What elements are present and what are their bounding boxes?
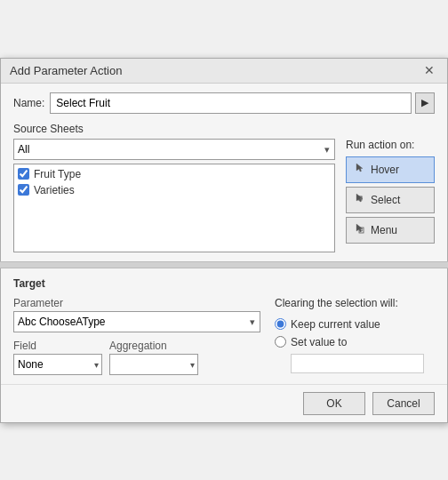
sheet-checkbox-fruit-type[interactable] — [18, 168, 29, 180]
source-left: All Fruit Type Varieties — [13, 139, 335, 252]
parameter-dropdown-wrap: Abc ChooseAType — [13, 311, 260, 332]
parameter-label: Parameter — [13, 297, 260, 309]
field-label: Field — [13, 340, 102, 352]
parameter-dropdown[interactable]: Abc ChooseAType — [13, 311, 260, 332]
name-input-wrap: ▶ — [50, 92, 435, 114]
target-section: Target Parameter Abc ChooseAType Field — [1, 268, 447, 384]
hover-button[interactable]: Hover — [346, 156, 435, 183]
set-value-label: Set value to — [291, 336, 347, 348]
name-arrow-button[interactable]: ▶ — [415, 92, 435, 114]
field-dropdown-wrap: None — [13, 354, 102, 375]
menu-icon — [354, 222, 366, 237]
ok-button[interactable]: OK — [303, 392, 365, 415]
dialog-body: Name: ▶ Source Sheets All F — [1, 84, 447, 252]
run-action-label: Run action on: — [346, 139, 435, 151]
run-action-section: Run action on: Hover — [346, 139, 435, 252]
source-dropdown-wrap: All — [13, 139, 335, 160]
field-aggregation-row: Field None Aggregation — [13, 340, 260, 375]
dialog-title: Add Parameter Action — [10, 64, 122, 77]
clearing-label: Clearing the selection will: — [275, 297, 435, 309]
add-parameter-action-dialog: Add Parameter Action ✕ Name: ▶ Source Sh… — [0, 58, 448, 423]
target-label: Target — [13, 277, 435, 290]
name-row: Name: ▶ — [13, 92, 435, 114]
section-divider — [0, 261, 448, 268]
target-right: Clearing the selection will: Keep curren… — [275, 297, 435, 373]
cancel-button[interactable]: Cancel — [372, 392, 435, 415]
hover-label: Hover — [371, 164, 399, 176]
set-value-radio[interactable] — [275, 336, 286, 348]
hover-icon — [354, 162, 366, 177]
sheet-item-fruit-type[interactable]: Fruit Type — [18, 168, 331, 180]
sheets-list: Fruit Type Varieties — [13, 164, 335, 252]
keep-current-radio-label[interactable]: Keep current value — [275, 318, 435, 331]
name-input[interactable] — [50, 92, 412, 114]
menu-button[interactable]: Menu — [346, 217, 435, 244]
target-left: Parameter Abc ChooseAType Field None — [13, 297, 260, 375]
sheet-checkbox-varieties[interactable] — [18, 184, 29, 196]
set-value-input[interactable] — [291, 354, 424, 373]
select-label: Select — [371, 194, 400, 206]
source-sheets-label: Source Sheets — [13, 123, 435, 135]
aggregation-label: Aggregation — [109, 340, 198, 352]
keep-current-label: Keep current value — [291, 318, 380, 331]
source-dropdown[interactable]: All — [13, 139, 335, 160]
select-button[interactable]: Select — [346, 187, 435, 213]
source-section: All Fruit Type Varieties Run — [13, 139, 435, 252]
aggregation-dropdown-wrap — [109, 354, 198, 375]
dialog-footer: OK Cancel — [1, 384, 447, 422]
sheet-label-fruit-type: Fruit Type — [34, 168, 81, 180]
sheet-label-varieties: Varieties — [34, 184, 75, 196]
name-label: Name: — [13, 97, 44, 109]
keep-current-radio[interactable] — [275, 318, 286, 330]
select-icon — [354, 192, 366, 207]
sheet-item-varieties[interactable]: Varieties — [18, 184, 331, 196]
target-row: Parameter Abc ChooseAType Field None — [13, 297, 435, 375]
parameter-group: Parameter Abc ChooseAType — [13, 297, 260, 332]
aggregation-dropdown[interactable] — [109, 354, 198, 375]
aggregation-col: Aggregation — [109, 340, 198, 375]
menu-label: Menu — [371, 224, 397, 236]
field-dropdown[interactable]: None — [13, 354, 102, 375]
close-button[interactable]: ✕ — [420, 64, 438, 76]
set-value-radio-label[interactable]: Set value to — [275, 336, 435, 348]
field-col: Field None — [13, 340, 102, 375]
title-bar: Add Parameter Action ✕ — [1, 59, 447, 84]
